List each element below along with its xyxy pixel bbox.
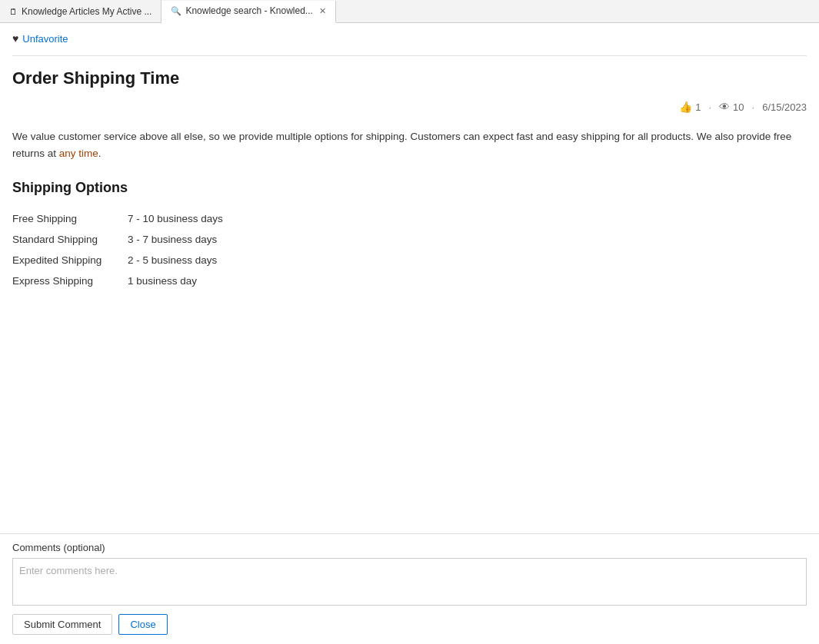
article-date: 6/15/2023 xyxy=(762,101,807,113)
submit-comment-button[interactable]: Submit Comment xyxy=(12,614,112,635)
unfavorite-label: Unfavorite xyxy=(22,33,68,45)
tab-icon-2: 🔍 xyxy=(171,6,181,16)
shipping-value-expedited: 2 - 5 business days xyxy=(128,250,217,271)
close-button[interactable]: Close xyxy=(118,614,167,635)
heart-icon: ♥ xyxy=(12,32,18,45)
section-title: Shipping Options xyxy=(12,180,807,196)
tab-label-1: Knowledge Articles My Active ... xyxy=(22,6,151,17)
shipping-value-standard: 3 - 7 business days xyxy=(128,229,217,250)
meta-sep-1: · xyxy=(708,101,711,113)
likes-meta: 👍 1 xyxy=(679,101,701,113)
views-count: 10 xyxy=(733,101,744,113)
comments-section: Comments (optional) Submit Comment Close xyxy=(0,533,819,644)
comments-actions: Submit Comment Close xyxy=(12,614,807,635)
shipping-label-standard: Standard Shipping xyxy=(12,229,128,250)
meta-sep-2: · xyxy=(752,101,755,113)
shipping-row-standard: Standard Shipping 3 - 7 business days xyxy=(12,229,807,250)
close-icon[interactable]: ✕ xyxy=(319,6,326,16)
likes-count: 1 xyxy=(695,101,701,113)
shipping-table: Free Shipping 7 - 10 business days Stand… xyxy=(12,208,807,291)
comments-label: Comments (optional) xyxy=(12,542,807,553)
shipping-row-free: Free Shipping 7 - 10 business days xyxy=(12,208,807,229)
article-intro: We value customer service above all else… xyxy=(12,128,807,161)
shipping-value-free: 7 - 10 business days xyxy=(128,208,223,229)
tab-icon-1: 🗒 xyxy=(9,7,18,16)
views-meta: 👁 10 xyxy=(719,101,744,113)
shipping-row-express: Express Shipping 1 business day xyxy=(12,271,807,291)
tab-label-2: Knowledge search - Knowled... xyxy=(185,5,312,16)
shipping-label-express: Express Shipping xyxy=(12,271,128,291)
tab-knowledge-search[interactable]: 🔍 Knowledge search - Knowled... ✕ xyxy=(161,1,335,23)
tab-knowledge-articles[interactable]: 🗒 Knowledge Articles My Active ... xyxy=(0,0,161,22)
any-time-link[interactable]: any time xyxy=(59,148,98,159)
tab-bar: 🗒 Knowledge Articles My Active ... 🔍 Kno… xyxy=(0,0,819,23)
unfavorite-button[interactable]: ♥ Unfavorite xyxy=(12,32,807,45)
thumbs-up-icon: 👍 xyxy=(679,101,692,113)
article-meta: 👍 1 · 👁 10 · 6/15/2023 xyxy=(12,101,807,113)
shipping-label-free: Free Shipping xyxy=(12,208,128,229)
comments-textarea[interactable] xyxy=(12,558,807,606)
article-content: ♥ Unfavorite Order Shipping Time 👍 1 · 👁… xyxy=(0,23,819,300)
divider xyxy=(12,55,807,56)
shipping-row-expedited: Expedited Shipping 2 - 5 business days xyxy=(12,250,807,271)
article-title: Order Shipping Time xyxy=(12,68,807,88)
shipping-label-expedited: Expedited Shipping xyxy=(12,250,128,271)
shipping-value-express: 1 business day xyxy=(128,271,197,291)
views-icon: 👁 xyxy=(719,101,730,113)
